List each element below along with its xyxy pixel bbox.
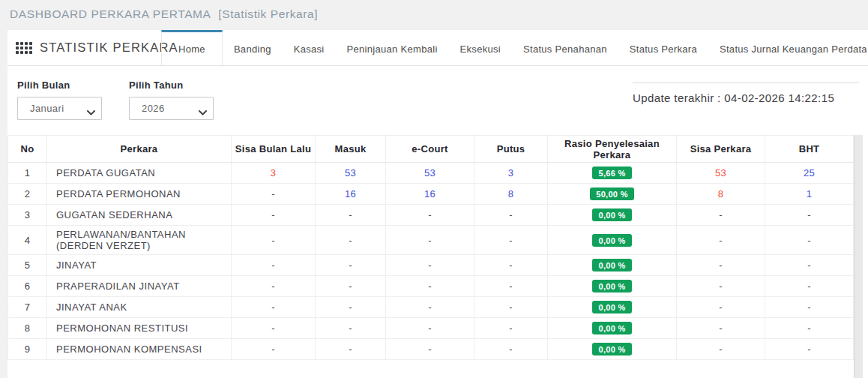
navbar: STATISTIK PERKARA HomeBandingKasasiPenin… [7,30,868,66]
cell-perkara: PERMOHONAN KOMPENSASI [47,339,232,360]
column-header: BHT [765,136,854,163]
column-header: Perkara [47,136,232,163]
table-row: 9PERMOHONAN KOMPENSASI----0,00 %-- [8,339,854,360]
rasio-badge: 0,00 % [592,343,631,356]
cell-perkara: PERMOHONAN RESTITUSI [47,318,232,339]
cell-sisa_bulan_lalu: - [232,226,316,255]
cell-putus: - [474,205,548,226]
rasio-badge: 5,66 % [592,166,631,179]
cell-perkara: PRAPERADILAN JINAYAT [47,276,232,297]
table-header-row: NoPerkaraSisa Bulan LaluMasuke-CourtPutu… [8,136,854,163]
cell-bht: - [765,339,854,360]
cell-putus: - [474,339,548,360]
grid-icon [16,42,32,54]
cell-sisa_perkara: - [677,339,765,360]
navbar-tabs: HomeBandingKasasiPeninjauan KembaliEksek… [161,30,868,65]
cell-masuk: - [316,339,386,360]
cell-ecourt: - [386,205,474,226]
cell-masuk: - [316,318,386,339]
year-label: Pilih Tahun [129,80,214,91]
cell-rasio: 0,00 % [548,226,677,255]
rasio-badge: 0,00 % [592,280,631,292]
statistics-table: NoPerkaraSisa Bulan LaluMasuke-CourtPutu… [7,135,854,360]
cell-sisa_bulan_lalu: 3 [232,163,316,184]
cell-masuk: - [316,276,386,297]
column-header: No [8,136,47,163]
cell-rasio: 0,00 % [548,255,677,276]
column-header: Putus [474,136,548,163]
cell-ecourt: - [386,339,474,360]
cell-putus: 3 [474,163,548,184]
cell-no: 4 [8,226,47,255]
table-scrollbar[interactable] [854,135,863,378]
rasio-badge: 0,00 % [592,208,631,221]
content-panel: Pilih Bulan Januari Pilih Tahun 2026 [7,66,868,378]
column-header: Sisa Perkara [677,136,765,163]
tab-kasasi[interactable]: Kasasi [283,30,336,65]
cell-putus: - [474,226,548,255]
table-row: 3GUGATAN SEDERHANA----0,00 %-- [8,205,854,226]
cell-ecourt: - [386,276,474,297]
table-row: 7JINAYAT ANAK----0,00 %-- [8,297,854,318]
cell-ecourt: - [386,226,474,255]
rasio-badge: 0,00 % [592,301,631,314]
table-row: 6PRAPERADILAN JINAYAT----0,00 %-- [8,276,854,297]
navbar-brand: STATISTIK PERKARA [7,30,161,65]
month-select[interactable]: Januari [17,97,102,120]
cell-perkara: PERDATA GUGATAN [47,163,232,184]
cell-sisa_perkara: - [677,255,765,276]
cell-bht: 1 [765,184,854,205]
cell-bht: 25 [765,163,854,184]
cell-rasio: 0,00 % [548,318,677,339]
cell-sisa_perkara: - [677,318,765,339]
cell-sisa_bulan_lalu: - [232,205,316,226]
cell-sisa_perkara: 53 [677,163,765,184]
filter-year: Pilih Tahun 2026 [129,80,214,135]
last-update-text: Update terakhir : 04-02-2026 14:22:15 [633,82,859,104]
cell-masuk: - [316,297,386,318]
cell-no: 3 [8,205,47,226]
tab-status-penahanan[interactable]: Status Penahanan [512,30,618,65]
month-label: Pilih Bulan [17,80,102,91]
tab-banding[interactable]: Banding [223,30,283,65]
statistics-table-wrap: NoPerkaraSisa Bulan LaluMasuke-CourtPutu… [7,135,854,378]
cell-no: 7 [8,297,47,318]
cell-rasio: 0,00 % [548,339,677,360]
cell-perkara: GUGATAN SEDERHANA [47,205,232,226]
cell-putus: 8 [474,184,548,205]
tab-status-jurnal-keuangan-perdata[interactable]: Status Jurnal Keuangan Perdata [708,30,868,65]
tab-home[interactable]: Home [161,30,223,65]
cell-bht: - [765,318,854,339]
tab-status-perkara[interactable]: Status Perkara [618,30,708,65]
cell-masuk: - [316,205,386,226]
cell-masuk: - [316,255,386,276]
page-title-text: DASHBOARD PERKARA PERTAMA [10,8,211,20]
table-row: 4PERLAWANAN/BANTAHAN (DERDEN VERZET)----… [8,226,854,255]
cell-no: 5 [8,255,47,276]
table-zone: NoPerkaraSisa Bulan LaluMasuke-CourtPutu… [7,135,868,378]
tab-peninjauan-kembali[interactable]: Peninjauan Kembali [336,30,449,65]
cell-sisa_perkara: - [677,297,765,318]
cell-bht: - [765,276,854,297]
cell-no: 2 [8,184,47,205]
cell-sisa_perkara: - [677,226,765,255]
cell-no: 1 [8,163,47,184]
column-header: e-Court [386,136,474,163]
cell-masuk: 53 [316,163,386,184]
main-card: STATISTIK PERKARA HomeBandingKasasiPenin… [7,30,868,378]
cell-no: 8 [8,318,47,339]
cell-ecourt: 16 [386,184,474,205]
cell-sisa_bulan_lalu: - [232,339,316,360]
table-row: 1PERDATA GUGATAN3535335,66 %5325 [8,163,854,184]
cell-masuk: 16 [316,184,386,205]
cell-putus: - [474,255,548,276]
rasio-badge: 50,00 % [590,188,633,200]
cell-bht: - [765,255,854,276]
table-row: 8PERMOHONAN RESTITUSI----0,00 %-- [8,318,854,339]
tab-eksekusi[interactable]: Eksekusi [449,30,512,65]
cell-no: 6 [8,276,47,297]
cell-ecourt: - [386,297,474,318]
cell-bht: - [765,205,854,226]
year-select[interactable]: 2026 [129,97,214,120]
table-row: 5JINAYAT----0,00 %-- [8,255,854,276]
